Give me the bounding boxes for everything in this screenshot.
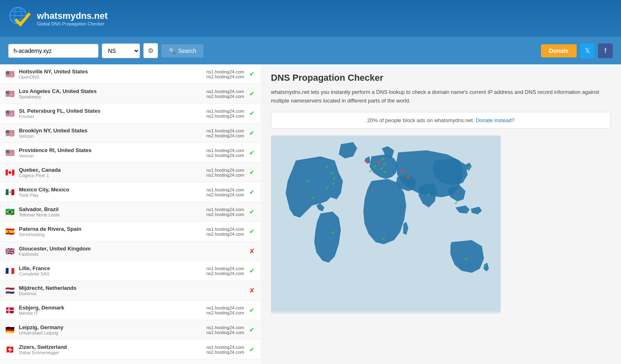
country-flag: 🇺🇸 [5,71,15,77]
country-flag: 🇨🇦 [5,169,15,176]
main: 🇺🇸 Holtsville NY, United States OpenDNS … [0,64,621,364]
table-row: 🇺🇸 Holtsville NY, United States OpenDNS … [0,64,261,84]
isp-name: Verizon [19,153,206,158]
location-info: Gloucester, United Kingdom Fasthosts [19,246,244,257]
status-err-icon: ✘ [247,247,256,255]
table-row: 🇺🇸 St. Petersburg FL, United States Fron… [0,104,261,123]
status-ok-icon: ✔ [247,168,256,176]
location-info: Paterna de Rivera, Spain ServiHosting [19,226,206,237]
status-ok-icon: ✔ [247,326,256,334]
isp-name: Mentor IT [19,311,206,316]
svg-text:✘: ✘ [406,174,410,180]
table-row: 🇳🇱 Mijdrecht, Netherlands Duximus ✘ [0,281,261,300]
location-name: Gloucester, United Kingdom [19,246,244,252]
ad-notice-text: 20% of people block ads on whatsmydns.ne… [367,117,474,123]
dns-records: ns1.hosting24.comns2.hosting24.com [206,109,244,118]
svg-text:✘: ✘ [400,168,404,174]
location-info: Mexico City, Mexico Total Play [19,187,206,198]
facebook-button[interactable]: f [598,43,613,58]
location-info: Providence RI, United States Verizon [19,147,206,158]
country-flag: 🇳🇱 [5,287,15,294]
table-row: 🇲🇽 Mexico City, Mexico Total Play ns1.ho… [0,182,261,202]
info-panel: DNS Propagation Checker whatsmydns.net l… [261,64,621,364]
svg-text:✔: ✔ [380,166,384,171]
logo-sub: Global DNS Propagation Checker [37,21,108,26]
location-info: Los Angeles CA, United States Speakeasy [19,88,206,99]
location-name: Paterna de Rivera, Spain [19,226,206,232]
country-flag: 🇩🇪 [5,327,15,333]
twitter-button[interactable]: 𝕏 [580,43,595,58]
table-row: 🇮🇹 Sassuolo, Italy Telecom Italia ns1.ho… [0,359,261,364]
logo-text: whatsmydns.net Global DNS Propagation Ch… [37,11,108,26]
table-row: 🇺🇸 Providence RI, United States Verizon … [0,143,261,163]
svg-text:✔: ✔ [464,256,468,262]
status-ok-icon: ✔ [247,149,256,157]
location-name: Mexico City, Mexico [19,187,206,193]
isp-name: Completel SAS [19,271,206,276]
location-info: Brooklyn NY, United States Verizon [19,127,206,139]
donate-link[interactable]: Donate instead? [476,117,515,123]
country-flag: 🇺🇸 [5,91,15,97]
status-ok-icon: ✔ [247,208,256,216]
search-label: Search [178,48,196,54]
location-info: Mijdrecht, Netherlands Duximus [19,285,244,296]
isp-name: OpenDNS [19,75,206,80]
status-ok-icon: ✔ [247,306,256,314]
location-name: Zizers, Switzerland [19,344,206,350]
dns-records: ns1.hosting24.comns2.hosting24.com [206,148,244,158]
location-name: Mijdrecht, Netherlands [19,285,244,291]
table-row: 🇩🇪 Leipzig, Germany Universitaet Leipzig… [0,320,261,340]
location-info: Leipzig, Germany Universitaet Leipzig [19,324,206,335]
svg-text:✔: ✔ [330,170,335,176]
dns-records: ns1.hosting24.comns2.hosting24.com [206,168,244,177]
svg-text:✘: ✘ [365,158,369,164]
table-row: 🇫🇷 Lille, France Completel SAS ns1.hosti… [0,261,261,281]
dns-records: ns1.hosting24.comns2.hosting24.com [206,305,244,315]
location-name: Providence RI, United States [19,147,206,153]
svg-text:✔: ✔ [332,181,336,187]
status-ok-icon: ✔ [247,346,256,353]
location-info: Quebec, Canada Cogeco Peer 1 [19,167,206,178]
svg-text:✔: ✔ [312,195,316,200]
svg-text:✔: ✔ [467,165,472,171]
status-err-icon: ✘ [247,287,256,294]
country-flag: 🇨🇭 [5,346,15,353]
world-map-svg: ✔ ✔ ✔ ✔ ✔ ✔ ✔ ✔ ✔ ✘ ✔ ✘ [271,136,500,312]
settings-button[interactable]: ⚙ [143,43,158,58]
donate-button[interactable]: Donate [541,44,577,57]
svg-text:✔: ✔ [325,164,329,170]
table-row: 🇺🇸 Los Angeles CA, United States Speakea… [0,84,261,104]
svg-text:✔: ✔ [483,263,487,268]
country-flag: 🇬🇧 [5,248,15,255]
dns-records: ns1.hosting24.comns2.hosting24.com [206,325,244,335]
location-name: Salvador, Brazil [19,206,206,212]
country-flag: 🇲🇽 [5,189,15,196]
logo-icon [8,4,33,33]
search-button[interactable]: 🔍 Search [161,44,204,57]
table-row: 🇺🇸 Brooklyn NY, United States Verizon ns… [0,123,261,143]
dns-records: ns1.hosting24.comns2.hosting24.com [206,227,244,237]
location-info: Salvador, Brazil Telemar Norte Leste [19,206,206,217]
isp-name: Speakeasy [19,94,206,99]
country-flag: 🇺🇸 [5,150,15,156]
location-info: Zizers, Switzerland Oskar Emmenegger [19,344,206,355]
country-flag: 🇪🇸 [5,228,15,235]
location-info: Esbjerg, Denmark Mentor IT [19,305,206,316]
isp-name: Universitaet Leipzig [19,330,206,335]
svg-text:✔: ✔ [332,175,337,181]
isp-name: Total Play [19,193,206,198]
search-input[interactable] [8,44,99,58]
status-ok-icon: ✔ [247,109,256,117]
isp-name: Frontier [19,114,206,119]
record-type-select[interactable]: NS A AAAA CNAME MX PTR SOA SRV TXT [102,43,140,58]
isp-name: Oskar Emmenegger [19,350,206,355]
dns-records: ns1.hosting24.comns2.hosting24.com [206,128,244,138]
location-info: Holtsville NY, United States OpenDNS [19,68,206,80]
isp-name: Verizon [19,134,206,139]
location-name: Holtsville NY, United States [19,68,206,75]
country-flag: 🇺🇸 [5,110,15,117]
world-map: ✔ ✔ ✔ ✔ ✔ ✔ ✔ ✔ ✔ ✘ ✔ ✘ [271,135,501,314]
isp-name: Telemar Norte Leste [19,212,206,217]
twitter-icon: 𝕏 [585,47,590,55]
svg-text:✔: ✔ [427,192,431,198]
